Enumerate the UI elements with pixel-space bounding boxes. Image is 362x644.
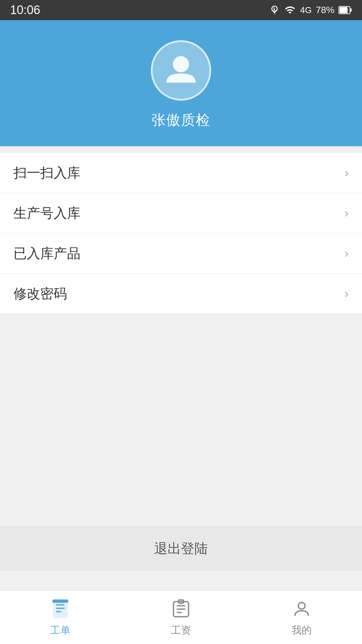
nav-label-salary: 工资 — [171, 624, 191, 637]
bottom-nav: 工单 工资 我的 — [0, 590, 362, 644]
work-order-icon — [49, 597, 72, 621]
status-time: 10:06 — [10, 3, 40, 17]
nav-item-work-order[interactable]: 工单 — [0, 592, 121, 642]
content-spacer — [0, 314, 362, 527]
battery-text: 78% — [316, 5, 335, 15]
nav-item-mine[interactable]: 我的 — [241, 592, 362, 642]
menu-item-inbounded-products[interactable]: 已入库产品 › — [0, 233, 362, 274]
status-icons: 4G 78% — [269, 5, 352, 15]
avatar-icon — [163, 51, 199, 90]
svg-point-3 — [173, 56, 189, 72]
salary-icon — [169, 597, 193, 621]
nav-item-salary[interactable]: 工资 — [121, 592, 241, 642]
profile-name: 张傲质检 — [152, 111, 210, 129]
signal-text: 4G — [300, 5, 312, 15]
menu-item-label-inbounded-products: 已入库产品 — [13, 244, 80, 263]
svg-point-14 — [298, 602, 305, 609]
nav-label-mine: 我的 — [292, 624, 312, 637]
nav-label-work-order: 工单 — [50, 624, 70, 637]
wifi-icon — [284, 5, 296, 15]
menu-item-label-change-password: 修改密码 — [13, 284, 67, 303]
svg-rect-4 — [54, 601, 67, 618]
menu-list: 扫一扫入库 › 生产号入库 › 已入库产品 › 修改密码 › — [0, 153, 362, 314]
mine-icon — [290, 597, 313, 621]
chevron-right-icon: › — [345, 206, 349, 220]
logout-label: 退出登陆 — [154, 539, 208, 558]
chevron-right-icon: › — [345, 247, 349, 261]
status-bar: 10:06 4G 78% — [0, 0, 362, 20]
chevron-right-icon: › — [345, 166, 349, 180]
svg-rect-2 — [340, 7, 348, 13]
profile-header: 张傲质检 — [0, 20, 362, 146]
battery-icon — [339, 5, 352, 15]
menu-item-production-inbound[interactable]: 生产号入库 › — [0, 193, 362, 233]
menu-item-label-production-inbound: 生产号入库 — [13, 204, 80, 222]
menu-item-change-password[interactable]: 修改密码 › — [0, 274, 362, 314]
bottom-spacer — [0, 570, 362, 590]
menu-item-scan-inbound[interactable]: 扫一扫入库 › — [0, 153, 362, 193]
avatar — [151, 40, 211, 101]
svg-rect-8 — [53, 600, 68, 603]
logout-button[interactable]: 退出登陆 — [0, 527, 362, 570]
section-separator — [0, 146, 362, 153]
svg-rect-1 — [350, 8, 352, 12]
menu-item-label-scan-inbound: 扫一扫入库 — [13, 164, 80, 182]
alarm-icon — [269, 5, 280, 15]
chevron-right-icon: › — [345, 287, 349, 301]
